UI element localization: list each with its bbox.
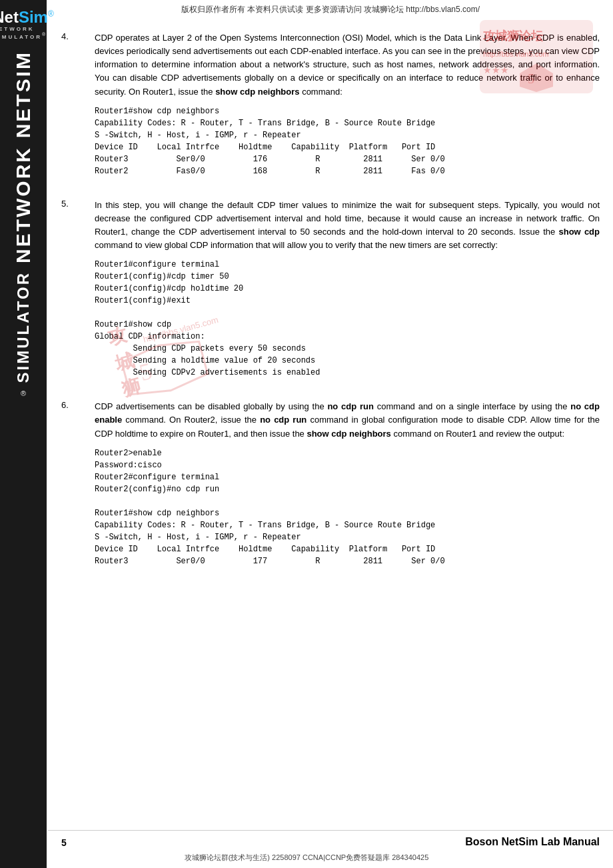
step-4-paragraph: CDP operates at Layer 2 of the Open Syst…: [95, 31, 600, 99]
top-watermark: 版权归原作者所有 本资料只供试读 更多资源请访问 攻城狮论坛 http://bb…: [61, 0, 600, 18]
step-6-paragraph: CDP advertisements can be disabled globa…: [95, 400, 600, 440]
step-5-paragraph: In this step, you will change the defaul…: [95, 199, 600, 253]
step-6-section: 6. CDP advertisements can be disabled gl…: [61, 400, 600, 573]
footer-title: Boson NetSim Lab Manual: [465, 836, 600, 848]
footer: 5 Boson NetSim Lab Manual: [48, 830, 613, 848]
logo-net: Net: [0, 8, 19, 26]
step-5-content: In this step, you will change the defaul…: [95, 199, 600, 386]
logo-reg: ®: [48, 9, 54, 19]
logo-main: NetSim®: [0, 9, 54, 25]
main-inner: 4. CDP operates at Layer 2 of the Open S…: [61, 18, 600, 574]
sidebar-reg: ®: [21, 389, 26, 397]
step-5-number: 5.: [61, 199, 95, 386]
step-4-content: CDP operates at Layer 2 of the Open Syst…: [95, 31, 600, 184]
step-5-code: Router1#configure terminal Router1(confi…: [95, 259, 600, 379]
sidebar-network-text: NETWORK: [15, 146, 32, 263]
step-4-number: 4.: [61, 31, 95, 184]
step-6-number: 6.: [61, 400, 95, 573]
sidebar-simulator-text: SIMULATOR: [17, 271, 30, 383]
step-4-code: Router1#show cdp neighbors Capability Co…: [95, 105, 600, 177]
bottom-watermark: 攻城狮论坛群(技术与生活) 2258097 CCNA|CCNP免费答疑题库 28…: [0, 853, 613, 863]
logo-sim: Sim: [19, 8, 48, 26]
sidebar-netsim-text: NetSim: [15, 51, 32, 138]
logo-network: NETWORKSIMULATOR®: [0, 26, 47, 40]
main-content: 版权归原作者所有 本资料只供试读 更多资源请访问 攻城狮论坛 http://bb…: [48, 0, 613, 868]
logo-area: NetSim® NETWORKSIMULATOR®: [0, 7, 55, 43]
footer-page-number: 5: [61, 837, 67, 848]
step-6-code: Router2>enable Password:cisco Router2#co…: [95, 447, 600, 567]
left-sidebar: NetSim® NETWORKSIMULATOR® NetSim NETWORK…: [0, 0, 47, 868]
step-4-section: 4. CDP operates at Layer 2 of the Open S…: [61, 31, 600, 184]
step-6-content: CDP advertisements can be disabled globa…: [95, 400, 600, 573]
step-5-section: 5. In this step, you will change the def…: [61, 199, 600, 386]
